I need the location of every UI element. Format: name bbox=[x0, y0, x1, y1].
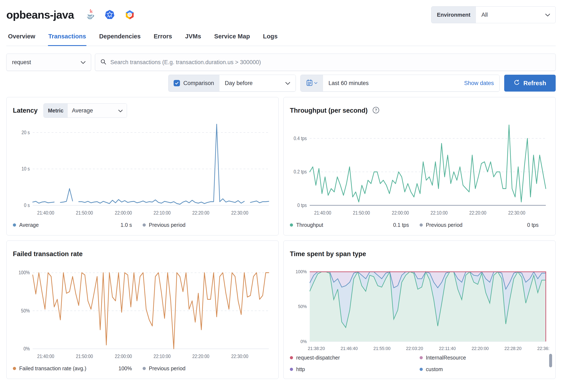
legend-value: 1.0 s bbox=[120, 222, 132, 228]
legend-item[interactable]: InternalResource bbox=[420, 355, 549, 361]
failed-rate-chart: 0%50%100%21:40:0021:50:0022:00:0022:10:0… bbox=[13, 262, 272, 362]
tab-overview[interactable]: Overview bbox=[8, 30, 36, 46]
environment-label: Environment bbox=[432, 7, 476, 23]
svg-text:21:40:00: 21:40:00 bbox=[37, 210, 54, 216]
legend-label: Previous period bbox=[149, 222, 186, 228]
chevron-down-icon bbox=[81, 59, 85, 66]
svg-text:22:28:20: 22:28:20 bbox=[504, 346, 522, 351]
environment-select[interactable]: Environment All bbox=[431, 6, 556, 23]
legend-item[interactable]: custom bbox=[420, 366, 549, 372]
refresh-button[interactable]: Refresh bbox=[504, 75, 556, 92]
failed-rate-chart-svg: 0%50%100%21:40:0021:50:0022:00:0022:10:0… bbox=[13, 262, 272, 362]
legend-value: 100% bbox=[118, 365, 132, 371]
search-bar[interactable] bbox=[95, 54, 556, 71]
svg-text:?: ? bbox=[375, 108, 377, 112]
service-icons bbox=[85, 9, 135, 20]
comparison-checkbox-group[interactable]: Comparison bbox=[169, 75, 219, 91]
svg-text:0.2 tps: 0.2 tps bbox=[294, 169, 307, 175]
legend-item[interactable]: Failed transaction rate (avg.)100% bbox=[13, 365, 143, 371]
legend-value: 0.1 tps bbox=[393, 222, 409, 228]
legend-item[interactable]: request-dispatcher bbox=[290, 355, 420, 361]
metric-label: Metric bbox=[44, 104, 68, 118]
tab-transactions[interactable]: Transactions bbox=[48, 30, 86, 46]
svg-text:22:30:00: 22:30:00 bbox=[508, 210, 525, 216]
throughput-legend: Throughput0.1 tpsPrevious period0 tps bbox=[290, 218, 549, 231]
legend-scrollbar[interactable] bbox=[549, 354, 552, 367]
chevron-down-icon bbox=[314, 81, 317, 85]
svg-text:22:00:00: 22:00:00 bbox=[392, 210, 409, 216]
show-dates-link[interactable]: Show dates bbox=[464, 80, 494, 86]
failed-rate-panel: Failed transaction rate 0%50%100%21:40:0… bbox=[6, 240, 279, 379]
svg-text:0 tps: 0 tps bbox=[297, 202, 307, 208]
throughput-title: Throughput (per second) bbox=[290, 107, 368, 114]
legend-item[interactable]: http bbox=[290, 366, 420, 372]
tab-errors[interactable]: Errors bbox=[153, 30, 173, 46]
search-input[interactable] bbox=[110, 59, 550, 66]
apm-service-page: opbeans-java bbox=[0, 0, 562, 379]
svg-text:0.4 tps: 0.4 tps bbox=[294, 135, 307, 141]
svg-text:21:40:00: 21:40:00 bbox=[314, 210, 331, 216]
tab-dependencies[interactable]: Dependencies bbox=[99, 30, 141, 46]
latency-chart-svg: 0 s10 s20 s21:40:0021:50:0022:00:0022:10… bbox=[13, 118, 272, 218]
svg-text:22:20:00: 22:20:00 bbox=[192, 354, 209, 359]
svg-text:22:30:00: 22:30:00 bbox=[231, 354, 248, 359]
svg-text:22:10:00: 22:10:00 bbox=[153, 210, 171, 216]
legend-dot bbox=[143, 224, 146, 226]
tab-jvms[interactable]: JVMs bbox=[185, 30, 202, 46]
legend-item[interactable]: Previous period bbox=[143, 222, 272, 228]
page-header: opbeans-java bbox=[6, 0, 556, 24]
legend-dot bbox=[290, 356, 293, 359]
svg-text:21:38:20: 21:38:20 bbox=[308, 346, 325, 351]
legend-label: Previous period bbox=[426, 222, 463, 228]
legend-dot bbox=[290, 224, 293, 226]
failed-rate-legend: Failed transaction rate (avg.)100%Previo… bbox=[13, 362, 272, 375]
refresh-icon bbox=[514, 79, 520, 87]
svg-text:21:50:00: 21:50:00 bbox=[76, 354, 93, 359]
legend-item[interactable]: Average1.0 s bbox=[13, 222, 143, 228]
legend-dot bbox=[420, 368, 423, 371]
svg-text:21:55:00: 21:55:00 bbox=[373, 346, 390, 351]
quick-select-button[interactable] bbox=[301, 75, 323, 91]
latency-metric-select[interactable]: Metric Average bbox=[44, 103, 127, 118]
kubernetes-icon bbox=[105, 10, 115, 20]
svg-text:22:20:00: 22:20:00 bbox=[472, 346, 489, 351]
metric-value: Average bbox=[72, 107, 93, 114]
java-icon bbox=[85, 9, 95, 20]
legend-item[interactable]: Previous period bbox=[143, 365, 272, 371]
chevron-down-icon bbox=[285, 80, 290, 86]
comparison-control: Comparison Day before bbox=[168, 75, 296, 92]
google-cloud-icon bbox=[124, 10, 135, 20]
legend-label: Throughput bbox=[296, 222, 323, 228]
comparison-checkbox[interactable] bbox=[174, 80, 180, 86]
latency-legend: Average1.0 sPrevious period bbox=[13, 218, 272, 231]
environment-value: All bbox=[481, 12, 488, 18]
legend-dot bbox=[143, 367, 146, 370]
transaction-type-select[interactable]: request bbox=[6, 54, 91, 71]
tab-logs[interactable]: Logs bbox=[263, 30, 278, 46]
comparison-value: Day before bbox=[225, 80, 253, 86]
time-spent-legend: request-dispatcherInternalResourcehttpcu… bbox=[290, 353, 549, 375]
svg-text:100%: 100% bbox=[19, 270, 30, 275]
legend-label: InternalResource bbox=[426, 355, 466, 361]
svg-text:50%: 50% bbox=[298, 304, 307, 309]
svg-text:22:30:00: 22:30:00 bbox=[231, 210, 248, 216]
tab-bar: OverviewTransactionsDependenciesErrorsJV… bbox=[6, 30, 556, 46]
svg-text:0%: 0% bbox=[300, 339, 307, 344]
comparison-label: Comparison bbox=[183, 80, 214, 86]
legend-item[interactable]: Throughput0.1 tps bbox=[290, 222, 420, 228]
time-spent-chart-svg: 0%50%100%21:38:2021:46:4021:55:0022:03:2… bbox=[290, 262, 549, 353]
svg-text:0 s: 0 s bbox=[24, 202, 30, 208]
time-range-value[interactable]: Last 60 minutes bbox=[328, 80, 369, 86]
time-spent-title: Time spent by span type bbox=[290, 250, 366, 258]
help-icon[interactable]: ? bbox=[372, 107, 379, 115]
charts-grid: Latency Metric Average 0 s10 s20 s21:40:… bbox=[6, 97, 556, 379]
svg-text:22:10:00: 22:10:00 bbox=[431, 210, 448, 216]
tab-service-map[interactable]: Service Map bbox=[214, 30, 250, 46]
comparison-select[interactable]: Day before bbox=[219, 75, 295, 91]
legend-dot bbox=[420, 356, 423, 359]
date-picker: Last 60 minutes Show dates bbox=[300, 75, 500, 92]
legend-item[interactable]: Previous period0 tps bbox=[420, 222, 549, 228]
legend-label: Previous period bbox=[149, 365, 186, 371]
svg-text:22:10:00: 22:10:00 bbox=[153, 354, 171, 359]
legend-label: Average bbox=[19, 222, 39, 228]
